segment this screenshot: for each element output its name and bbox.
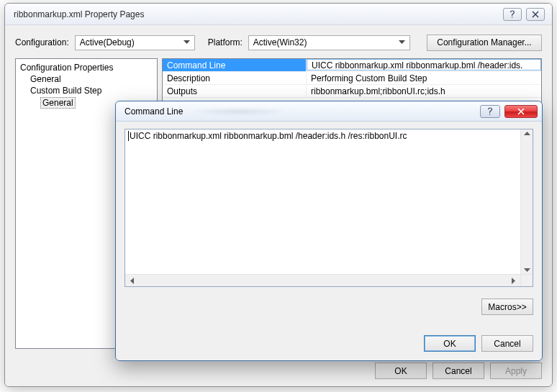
dialog-title: Command Line [124,106,183,117]
help-button[interactable] [503,8,522,21]
property-name: Description [163,72,307,84]
property-value[interactable]: UICC ribbonmarkup.xml ribbonmarkup.bml /… [307,59,541,70]
dialog-titlebar[interactable]: Command Line [116,101,542,122]
macros-row: Macros>> [481,298,533,315]
configuration-manager-label: Configuration Manager... [437,37,531,47]
command-line-text[interactable]: UICC ribbonmarkup.xml ribbonmarkup.bml /… [125,129,520,274]
tree-node-custom-build-step[interactable]: Custom Build Step [17,85,155,96]
property-value[interactable]: Performing Custom Build Step [307,72,541,84]
dialog-buttons: OK Cancel Apply [375,363,542,379]
command-line-dialog: Command Line UICC ribbonmarkup.xml ribbo… [115,101,543,361]
text-caret [128,131,129,141]
tree-node-general[interactable]: General [17,73,155,85]
dialog-buttons: OK Cancel [424,335,533,352]
scroll-down-arrow[interactable] [522,268,532,273]
titlebar[interactable]: ribbonmarkup.xml Property Pages [5,4,552,25]
titlebar-decor [189,107,289,116]
window-title: ribbonmarkup.xml Property Pages [14,9,499,19]
dialog-help-button[interactable] [480,105,500,118]
close-icon [517,108,525,115]
property-name: Outputs [163,85,307,97]
config-toolbar: Configuration: Active(Debug) Platform: A… [15,34,542,51]
property-row[interactable]: Description Performing Custom Build Step [163,72,541,85]
property-value[interactable]: ribbonmarkup.bml;ribbonUI.rc;ids.h [307,85,541,97]
scroll-up-arrow[interactable] [522,131,532,135]
ok-button[interactable]: OK [375,363,427,379]
scroll-right-arrow[interactable] [509,278,519,284]
scroll-corner [520,274,533,286]
tree-selected-item: General [40,97,76,109]
chevron-down-icon [397,37,408,49]
platform-label: Platform: [208,37,243,47]
help-icon [486,107,494,116]
chevron-down-icon [181,37,193,49]
close-button[interactable] [526,8,545,21]
property-row[interactable]: Outputs ribbonmarkup.bml;ribbonUI.rc;ids… [163,85,541,98]
configuration-manager-button[interactable]: Configuration Manager... [427,35,542,51]
property-row[interactable]: Command Line UICC ribbonmarkup.xml ribbo… [163,59,541,72]
tree-root[interactable]: Configuration Properties [17,62,155,73]
dialog-close-button[interactable] [504,105,538,118]
scroll-left-arrow[interactable] [127,278,137,284]
help-icon [509,10,516,19]
platform-value: Active(Win32) [253,37,397,47]
dialog-cancel-button[interactable]: Cancel [481,335,533,352]
macros-button[interactable]: Macros>> [481,298,533,315]
dialog-client: UICC ribbonmarkup.xml ribbonmarkup.bml /… [116,122,542,360]
configuration-combo[interactable]: Active(Debug) [75,35,195,50]
close-icon [532,11,539,18]
platform-combo[interactable]: Active(Win32) [248,35,410,50]
dialog-ok-button[interactable]: OK [424,335,476,352]
command-line-textbox[interactable]: UICC ribbonmarkup.xml ribbonmarkup.bml /… [124,129,533,287]
configuration-value: Active(Debug) [80,37,181,47]
vertical-scrollbar[interactable] [520,129,533,274]
property-name: Command Line [163,59,307,71]
configuration-label: Configuration: [15,37,69,47]
horizontal-scrollbar[interactable] [125,274,520,286]
apply-button[interactable]: Apply [490,363,542,379]
cancel-button[interactable]: Cancel [433,363,484,379]
